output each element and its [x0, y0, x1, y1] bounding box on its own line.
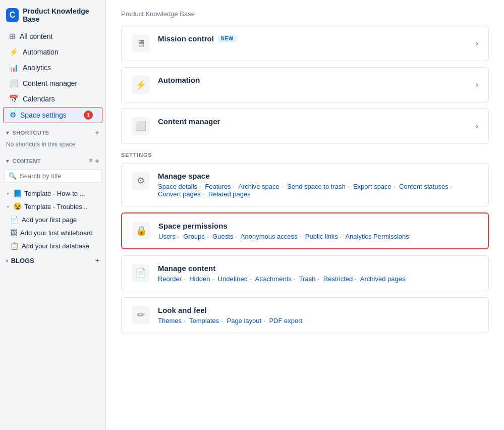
card-body-space-permissions: Space permissions Users· Groups· Guests·… [158, 222, 478, 240]
link-sep: · [178, 233, 180, 240]
tool-card-content-manager[interactable]: ⬜ Content manager › [121, 109, 489, 144]
bullet-icon: • [7, 191, 9, 196]
link-export-space[interactable]: Export space [353, 183, 391, 190]
link-page-layout[interactable]: Page layout [227, 317, 261, 325]
content-label: CONTENT [13, 158, 41, 164]
sidebar-item-calendars[interactable]: 📅Calendars [3, 91, 102, 106]
link-sep: · [184, 317, 186, 325]
link-convert-pages[interactable]: Convert pages [158, 190, 201, 198]
all-content-icon: ⊞ [9, 32, 16, 41]
content-section-header: ▾ CONTENT ≡ + [0, 152, 105, 167]
content-add-icon[interactable]: + [95, 157, 99, 165]
link-sep: · [233, 183, 235, 190]
link-restricted[interactable]: Restricted [323, 275, 353, 283]
shortcuts-section-header: ▾ SHORTCUTS + [0, 124, 105, 139]
content-item-label: Template - Troubles... [25, 203, 88, 210]
sidebar-item-analytics[interactable]: 📊Analytics [3, 60, 102, 75]
link-features[interactable]: Features [205, 183, 231, 190]
link-analytics-permissions[interactable]: Analytics Permissions [345, 233, 409, 240]
card-links-manage-content: Reorder· Hidden· Undefined· Attachments·… [158, 275, 478, 283]
add-items: 📄Add your first page🖼Add your first whit… [0, 213, 105, 252]
link-related-pages[interactable]: Related pages [208, 190, 251, 198]
card-title-content-manager: Content manager [158, 117, 468, 126]
link-hidden[interactable]: Hidden [189, 275, 210, 283]
card-body-mission-control: Mission controlNEW [158, 34, 468, 45]
link-reorder[interactable]: Reorder [158, 275, 182, 283]
card-title-mission-control: Mission controlNEW [158, 34, 468, 43]
card-links-space-permissions: Users· Groups· Guests· Anonymous access·… [158, 233, 478, 240]
link-archive-space[interactable]: Archive space [238, 183, 279, 190]
search-input[interactable] [20, 172, 97, 180]
content-item-label: Template - How-to ... [25, 190, 85, 197]
card-icon-content-manager: ⬜ [132, 117, 150, 135]
search-box[interactable]: 🔍 [4, 169, 101, 183]
settings-card-manage-space[interactable]: ⚙ Manage space Space details· Features· … [121, 163, 489, 206]
link-public-links[interactable]: Public links [305, 233, 338, 240]
link-templates[interactable]: Templates [189, 317, 219, 325]
add-item-label: Add your first whiteboard [20, 229, 93, 237]
content-item-template-howto[interactable]: •📘Template - How-to ... [0, 187, 105, 200]
settings-section-label: SETTINGS [121, 152, 489, 158]
tool-card-mission-control[interactable]: 🖥 Mission controlNEW › [121, 26, 489, 61]
sidebar-item-label: Analytics [23, 64, 51, 72]
add-item-label: Add your first database [22, 242, 89, 250]
blogs-add-icon[interactable]: + [95, 256, 99, 264]
tool-card-automation[interactable]: ⚡ Automation › [121, 67, 489, 102]
analytics-icon: 📊 [9, 63, 19, 72]
card-title-look-and-feel: Look and feel [158, 306, 478, 314]
sidebar-item-label: Automation [23, 48, 59, 56]
link-pdf-export[interactable]: PDF export [269, 317, 302, 325]
content-manager-icon: ⬜ [9, 79, 19, 88]
sidebar-item-all-content[interactable]: ⊞All content [3, 29, 102, 44]
sidebar-item-space-settings[interactable]: ⚙Space settings1 [3, 107, 102, 123]
link-themes[interactable]: Themes [158, 317, 182, 325]
link-sep: · [212, 275, 214, 283]
card-title-manage-space: Manage space [158, 172, 478, 180]
sidebar-logo[interactable]: C Product Knowledge Base [0, 0, 105, 28]
link-anonymous-access[interactable]: Anonymous access [241, 233, 298, 240]
card-icon-mission-control: 🖥 [132, 34, 150, 52]
link-content-statuses[interactable]: Content statuses [399, 183, 449, 190]
link-send-space-to-trash[interactable]: Send space to trash [287, 183, 346, 190]
link-trash[interactable]: Trash [299, 275, 316, 283]
card-arrow-icon: › [476, 39, 478, 48]
bullet-icon: • [7, 204, 9, 209]
link-guests[interactable]: Guests [212, 233, 233, 240]
link-attachments[interactable]: Attachments [255, 275, 291, 283]
step-1-badge: 1 [84, 111, 93, 120]
link-sep: · [294, 275, 296, 283]
content-chevron-icon: ▾ [6, 158, 10, 165]
sidebar-item-automation[interactable]: ⚡Automation [3, 44, 102, 60]
link-sep: · [207, 233, 209, 240]
main-content: Product Knowledge Base 🖥 Mission control… [106, 0, 504, 430]
link-undefined[interactable]: Undefined [218, 275, 248, 283]
card-title-manage-content: Manage content [158, 264, 478, 273]
app-name: Product Knowledge Base [23, 7, 99, 23]
settings-card-look-and-feel[interactable]: ✏ Look and feel Themes· Templates· Page … [121, 297, 489, 333]
sidebar-item-content-manager[interactable]: ⬜Content manager [3, 76, 102, 91]
card-body-manage-content: Manage content Reorder· Hidden· Undefine… [158, 264, 478, 283]
app-logo-icon: C [6, 8, 19, 22]
card-icon-manage-content: 📄 [132, 264, 150, 282]
card-body-automation: Automation [158, 76, 468, 87]
add-item-add-whiteboard[interactable]: 🖼Add your first whiteboard [0, 226, 105, 239]
shortcuts-chevron-icon: ▾ [6, 130, 10, 136]
blogs-label: BLOGS [11, 257, 34, 264]
link-archived-pages[interactable]: Archived pages [360, 275, 406, 283]
shortcuts-add-icon[interactable]: + [95, 129, 99, 137]
settings-card-space-permissions[interactable]: 🔒 Space permissions Users· Groups· Guest… [121, 212, 489, 249]
blogs-section[interactable]: › BLOGS + [0, 252, 105, 268]
settings-card-manage-content[interactable]: 📄 Manage content Reorder· Hidden· Undefi… [121, 255, 489, 291]
breadcrumb: Product Knowledge Base [121, 10, 489, 18]
add-page-icon: 📄 [10, 216, 19, 224]
content-item-template-troubles[interactable]: •😵Template - Troubles... [0, 200, 105, 213]
link-space-details[interactable]: Space details [158, 183, 197, 190]
sidebar-item-label: Space settings [20, 111, 67, 119]
content-filter-icon[interactable]: ≡ [89, 157, 93, 165]
card-body-manage-space: Manage space Space details· Features· Ar… [158, 172, 478, 198]
link-groups[interactable]: Groups [183, 233, 205, 240]
add-item-add-page[interactable]: 📄Add your first page [0, 213, 105, 226]
add-item-add-database[interactable]: 📋Add your first database [0, 239, 105, 252]
link-users[interactable]: Users [158, 233, 176, 240]
sidebar-nav: ⊞All content⚡Automation📊Analytics⬜Conten… [0, 28, 105, 124]
